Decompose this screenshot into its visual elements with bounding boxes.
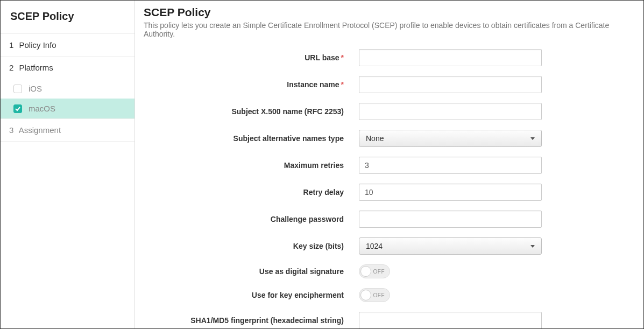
step-label: Policy Info bbox=[19, 40, 56, 50]
checkbox-icon bbox=[13, 85, 22, 93]
toggle-knob bbox=[360, 266, 371, 277]
label-san-type: Subject alternative names type bbox=[144, 134, 359, 143]
label-instance-name: Instance name* bbox=[144, 80, 359, 89]
sidebar-title: SCEP Policy bbox=[1, 1, 135, 33]
input-retry-delay[interactable] bbox=[359, 184, 542, 201]
toggle-state: OFF bbox=[373, 292, 385, 298]
select-key-size[interactable]: 1024 bbox=[359, 237, 542, 255]
label-fingerprint: SHA1/MD5 fingerprint (hexadecimal string… bbox=[144, 316, 359, 325]
toggle-knob bbox=[360, 290, 371, 300]
label-challenge-pw: Challenge password bbox=[144, 215, 359, 223]
toggle-state: OFF bbox=[373, 269, 385, 275]
input-max-retries[interactable] bbox=[359, 157, 542, 174]
input-challenge-pw[interactable] bbox=[359, 211, 542, 228]
select-san-type[interactable]: None bbox=[359, 130, 542, 147]
label-url-base: URL base* bbox=[144, 53, 359, 62]
step-policy-info[interactable]: 1 Policy Info bbox=[1, 33, 135, 56]
main-content: SCEP Policy This policy lets you create … bbox=[135, 1, 643, 328]
platform-label: iOS bbox=[29, 84, 42, 93]
label-retry-delay: Retry delay bbox=[144, 188, 359, 197]
checkbox-checked-icon bbox=[13, 104, 22, 113]
select-value: None bbox=[366, 134, 384, 143]
chevron-down-icon bbox=[530, 137, 535, 140]
toggle-digital-sig[interactable]: OFF bbox=[359, 264, 390, 278]
page-title: SCEP Policy bbox=[144, 6, 635, 19]
input-subject-x500[interactable] bbox=[359, 103, 542, 120]
sidebar: SCEP Policy 1 Policy Info 2 Platforms iO… bbox=[1, 1, 135, 328]
toggle-key-enc[interactable]: OFF bbox=[359, 288, 390, 302]
step-num: 3 bbox=[9, 125, 13, 135]
page-description: This policy lets you create an Simple Ce… bbox=[144, 21, 635, 38]
input-fingerprint[interactable] bbox=[359, 312, 542, 328]
label-key-size: Key size (bits) bbox=[144, 242, 359, 250]
input-instance-name[interactable] bbox=[359, 76, 542, 93]
platform-macos[interactable]: macOS bbox=[1, 99, 135, 118]
step-platforms[interactable]: 2 Platforms bbox=[1, 56, 135, 79]
step-assignment[interactable]: 3 Assignment bbox=[1, 118, 135, 142]
label-subject-x500: Subject X.500 name (RFC 2253) bbox=[144, 107, 359, 116]
platform-ios[interactable]: iOS bbox=[1, 79, 135, 99]
step-label: Assignment bbox=[19, 125, 61, 135]
chevron-down-icon bbox=[530, 245, 535, 248]
label-max-retries: Maximum retries bbox=[144, 161, 359, 170]
select-value: 1024 bbox=[366, 242, 383, 250]
step-num: 2 bbox=[9, 63, 13, 72]
label-key-enc: Use for key encipherment bbox=[144, 291, 359, 299]
label-digital-sig: Use as digital signature bbox=[144, 267, 359, 276]
step-num: 1 bbox=[9, 40, 13, 50]
platform-label: macOS bbox=[29, 104, 55, 113]
input-url-base[interactable] bbox=[359, 49, 542, 66]
step-label: Platforms bbox=[19, 63, 53, 72]
